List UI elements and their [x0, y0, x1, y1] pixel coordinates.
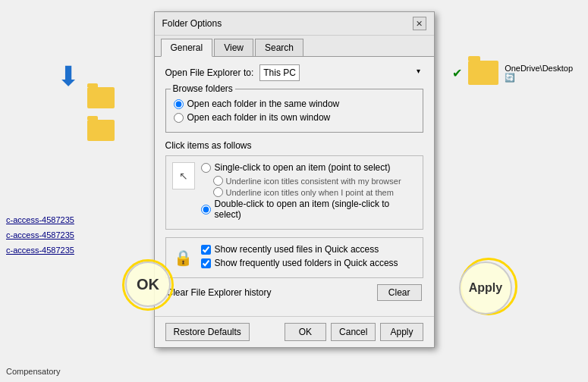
radio-underline-point-label: Underline icon titles only when I point … [226, 188, 394, 197]
folder-options-dialog: Folder Options ✕ General View Search Ope… [154, 11, 435, 348]
apply-button[interactable]: Apply [380, 323, 423, 341]
clear-history-label: Clear File Explorer history [167, 287, 272, 298]
dialog-body: Open File Explorer to: This PC Browse fo… [155, 57, 434, 316]
ok-button[interactable]: OK [285, 323, 326, 341]
radio-same-window[interactable] [174, 99, 184, 109]
tab-bar: General View Search [155, 36, 434, 57]
dialog-footer: Restore Defaults OK Cancel Apply [155, 316, 434, 347]
click-icon: ↖ [172, 162, 195, 189]
radio-underline-browser[interactable] [213, 176, 223, 186]
browse-folders-label: Browse folders [171, 83, 235, 94]
radio-double-click-row: Double-click to open an item (single-cli… [201, 199, 417, 220]
radio-own-window[interactable] [174, 113, 184, 123]
privacy-section: 🔒 Show recently used files in Quick acce… [165, 237, 423, 278]
privacy-content: 🔒 Show recently used files in Quick acce… [165, 237, 423, 278]
apply-annotation-circle: Apply [459, 261, 512, 315]
radio-underline-point[interactable] [213, 187, 223, 197]
radio-same-window-label: Open each folder in the same window [187, 99, 340, 109]
click-options: Single-click to open an item (point to s… [201, 162, 417, 223]
radio-double-click[interactable] [201, 205, 211, 214]
cancel-button[interactable]: Cancel [331, 323, 376, 341]
radio-single-click-label: Single-click to open an item (point to s… [215, 162, 391, 173]
browse-folders-group: Browse folders Open each folder in the s… [165, 89, 423, 133]
open-fe-select[interactable]: This PC [259, 64, 300, 81]
open-fe-label: Open File Explorer to: [165, 67, 254, 78]
radio-underline-point-row: Underline icon titles only when I point … [213, 187, 417, 197]
open-fe-row: Open File Explorer to: This PC [165, 64, 423, 81]
checkbox-frequent-row: Show frequently used folders in Quick ac… [201, 258, 417, 268]
radio-single-click-row: Single-click to open an item (point to s… [201, 162, 417, 173]
radio-single-click[interactable] [201, 163, 211, 173]
privacy-options: Show recently used files in Quick access… [201, 244, 417, 271]
tab-search[interactable]: Search [255, 39, 303, 56]
click-items-section: Click items as follows ↖ Single-click to… [165, 140, 423, 230]
checkbox-frequent-label: Show frequently used folders in Quick ac… [215, 258, 398, 268]
radio-own-window-label: Open each folder in its own window [187, 112, 331, 123]
open-fe-select-wrapper[interactable]: This PC [259, 64, 423, 81]
close-button[interactable]: ✕ [413, 17, 426, 30]
title-bar: Folder Options ✕ [155, 12, 434, 36]
clear-history-row: Clear File Explorer history Clear [165, 284, 423, 301]
lock-icon: 🔒 [174, 249, 193, 267]
restore-defaults-button[interactable]: Restore Defaults [165, 323, 250, 341]
tab-general[interactable]: General [161, 39, 213, 57]
privacy-icon: 🔒 [172, 244, 195, 271]
click-items-content: ↖ Single-click to open an item (point to… [165, 155, 423, 230]
radio-double-click-label: Double-click to open an item (single-cli… [215, 199, 417, 220]
radio-underline-browser-label: Underline icon titles consistent with my… [226, 177, 401, 186]
clear-button[interactable]: Clear [377, 284, 422, 301]
footer-right-buttons: OK Cancel Apply [285, 323, 423, 341]
radio-underline-browser-row: Underline icon titles consistent with my… [213, 176, 417, 186]
checkbox-frequent[interactable] [201, 258, 211, 268]
checkbox-recent-row: Show recently used files in Quick access [201, 244, 417, 255]
dialog-overlay: Folder Options ✕ General View Search Ope… [0, 0, 588, 382]
ok-annotation-circle: OK [125, 261, 171, 307]
tab-view[interactable]: View [214, 39, 253, 56]
click-items-label: Click items as follows [165, 140, 423, 151]
dialog-title: Folder Options [162, 18, 222, 29]
radio-same-window-row: Open each folder in the same window [174, 99, 415, 109]
checkbox-recent[interactable] [201, 245, 211, 255]
radio-own-window-row: Open each folder in its own window [174, 112, 415, 123]
cursor-icon: ↖ [179, 170, 188, 182]
checkbox-recent-label: Show recently used files in Quick access [215, 244, 379, 255]
